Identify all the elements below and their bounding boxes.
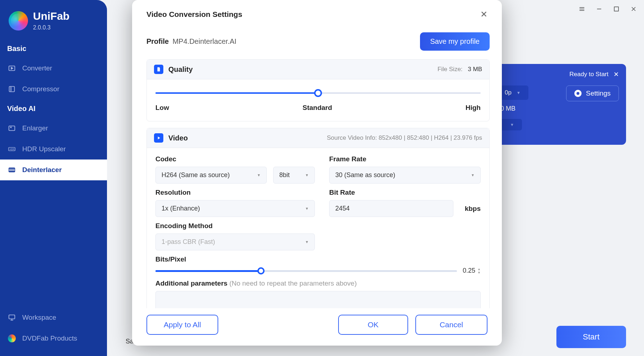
sidebar: UniFab 2.0.0.3 Basic Converter Compresso… xyxy=(0,0,107,356)
app-version: 2.0.0.3 xyxy=(33,24,70,31)
profile-label: Profile xyxy=(146,37,169,45)
bitrate-label: Bit Rate xyxy=(329,189,481,197)
settings-button[interactable]: Settings xyxy=(566,85,619,101)
task-close-icon[interactable]: ✕ xyxy=(613,70,619,78)
sidebar-section-videoai: Video AI xyxy=(0,100,107,118)
bpp-slider[interactable] xyxy=(155,267,457,274)
additional-params-input[interactable] xyxy=(155,291,481,308)
svg-rect-1 xyxy=(9,87,15,92)
sidebar-bottom: Workspace DVDFab Products xyxy=(0,301,107,356)
sidebar-item-compressor[interactable]: Compressor xyxy=(0,79,107,100)
sidebar-item-label: Workspace xyxy=(22,314,56,322)
logo-area: UniFab 2.0.0.3 xyxy=(0,0,107,40)
gear-icon xyxy=(574,90,582,97)
menu-icon[interactable] xyxy=(578,5,586,13)
bpp-value: 0.25 xyxy=(463,267,475,274)
dialog-close-icon[interactable]: ✕ xyxy=(477,8,491,21)
chevron-down-icon: ▼ xyxy=(471,173,475,177)
cancel-button[interactable]: Cancel xyxy=(415,315,487,335)
chevron-down-icon: ▼ xyxy=(305,207,309,211)
play-icon xyxy=(154,133,163,143)
task-panel: Ready to Start ✕ 0p▼ 00 MB ▼ Settings xyxy=(490,64,626,145)
dvdfab-icon xyxy=(8,334,16,342)
apply-to-all-button[interactable]: Apply to All xyxy=(146,315,218,335)
bpp-label: Bits/Pixel xyxy=(155,255,481,263)
bitdepth-select[interactable]: 8bit▼ xyxy=(273,167,315,184)
task-status: Ready to Start xyxy=(569,71,608,78)
svg-text:HDR: HDR xyxy=(10,148,15,151)
monitor-icon xyxy=(8,314,16,322)
quality-high-label: High xyxy=(466,104,481,112)
codec-select[interactable]: H264 (Same as source)▼ xyxy=(155,167,267,184)
chevron-down-icon: ▼ xyxy=(517,91,521,95)
maximize-icon[interactable] xyxy=(612,5,620,13)
chevron-down-icon: ▼ xyxy=(305,240,309,244)
quality-standard-label: Standard xyxy=(303,104,332,112)
sidebar-item-workspace[interactable]: Workspace xyxy=(0,307,107,328)
ok-button[interactable]: OK xyxy=(338,315,408,335)
chevron-down-icon: ▼ xyxy=(510,122,514,127)
chevron-down-icon: ▼ xyxy=(257,173,261,177)
bitrate-unit: kbps xyxy=(465,205,481,213)
quality-slider[interactable] xyxy=(155,88,481,99)
file-size-value: 3 MB xyxy=(468,66,482,73)
quality-section: Quality File Size: 3 MB Low Standard Hig… xyxy=(146,59,490,121)
enlarge-icon xyxy=(8,124,16,132)
sidebar-item-deinterlacer[interactable]: Deinterlacer xyxy=(0,159,107,180)
sidebar-item-label: HDR Upscaler xyxy=(22,145,66,153)
framerate-label: Frame Rate xyxy=(329,155,481,163)
logo-icon xyxy=(9,11,28,31)
encoding-select[interactable]: 1-pass CBR (Fast)▼ xyxy=(155,234,315,250)
sidebar-item-label: Compressor xyxy=(22,85,59,93)
deinterlace-icon xyxy=(8,166,16,174)
additional-params-label: Additional parameters (No need to repeat… xyxy=(155,279,481,287)
svg-rect-7 xyxy=(614,7,619,11)
titlebar xyxy=(578,5,638,13)
save-profile-button[interactable]: Save my profile xyxy=(420,32,490,51)
sidebar-item-label: DVDFab Products xyxy=(22,334,77,342)
svg-rect-5 xyxy=(9,168,15,172)
svg-rect-6 xyxy=(9,315,15,319)
app-name: UniFab xyxy=(33,11,70,22)
close-icon[interactable] xyxy=(630,5,638,13)
sidebar-item-label: Deinterlacer xyxy=(22,166,62,174)
sidebar-item-label: Enlarger xyxy=(22,124,48,132)
quality-title: Quality xyxy=(168,65,193,74)
svg-rect-2 xyxy=(9,126,15,131)
document-icon xyxy=(154,65,163,74)
sidebar-item-enlarger[interactable]: Enlarger xyxy=(0,118,107,139)
video-title: Video xyxy=(168,134,188,142)
file-size-label: File Size: xyxy=(438,66,463,73)
sidebar-item-dvdfab[interactable]: DVDFab Products xyxy=(0,328,107,349)
dialog-title: Video Conversion Settings xyxy=(146,10,242,19)
bitrate-input[interactable]: 2454 xyxy=(329,200,453,217)
sidebar-item-label: Converter xyxy=(22,64,52,72)
framerate-select[interactable]: 30 (Same as source)▼ xyxy=(329,167,481,184)
start-button[interactable]: Start xyxy=(556,326,626,348)
play-square-icon xyxy=(8,64,16,72)
resolution-label: Resolution xyxy=(155,189,315,197)
video-conversion-settings-dialog: Video Conversion Settings ✕ Profile MP4.… xyxy=(132,0,502,346)
source-video-info: Source Video Info: 852x480 | 852:480 | H… xyxy=(327,134,482,142)
sidebar-item-hdr[interactable]: HDR HDR Upscaler xyxy=(0,139,107,159)
bpp-stepper[interactable]: ▲▼ xyxy=(477,268,481,274)
quality-low-label: Low xyxy=(155,104,169,112)
hdr-icon: HDR xyxy=(8,145,16,153)
sidebar-item-converter[interactable]: Converter xyxy=(0,58,107,79)
profile-value: MP4.Deinterlacer.AI xyxy=(173,37,237,45)
minimize-icon[interactable] xyxy=(595,5,603,13)
compress-icon xyxy=(8,85,16,93)
encoding-label: Encoding Method xyxy=(155,222,315,230)
codec-label: Codec xyxy=(155,155,315,163)
video-section: Video Source Video Info: 852x480 | 852:4… xyxy=(146,128,490,308)
resolution-select[interactable]: 1x (Enhance)▼ xyxy=(155,200,315,217)
sidebar-section-basic: Basic xyxy=(0,40,107,58)
chevron-down-icon: ▼ xyxy=(305,173,309,177)
